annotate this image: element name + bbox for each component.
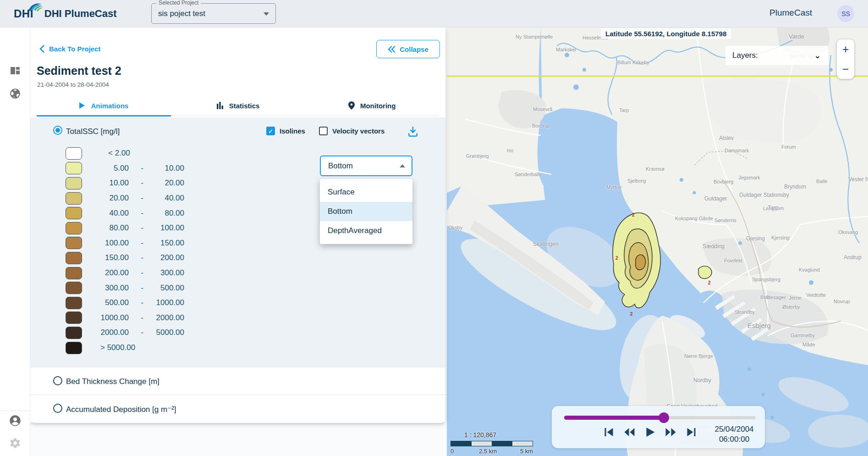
depth-option-depthaveraged[interactable]: DepthAveraged xyxy=(320,221,412,240)
layers-dropdown[interactable]: Layers: ⌄ xyxy=(725,46,828,65)
velocity-vectors-toggle[interactable]: Velocity vectors xyxy=(319,127,385,135)
simulation-panel: Back To Project Collapse Sediment test 2… xyxy=(30,28,445,423)
legend-range-label: 150.00 xyxy=(155,239,184,248)
legend-range-label: - xyxy=(129,253,155,262)
isolines-checkbox[interactable]: ✓ xyxy=(266,127,275,135)
timestep-time: 06:00:00 xyxy=(707,434,762,445)
legend-range-label: 200.00 xyxy=(82,268,129,278)
map-base-layer: 22 22 xyxy=(447,28,868,456)
selected-project-label: Selected Project xyxy=(156,0,201,6)
legend-row: 5.00-10.00 xyxy=(66,161,184,176)
playback-buttons xyxy=(603,427,697,437)
depth-select-value: Bottom xyxy=(328,161,353,171)
collapse-label: Collapse xyxy=(400,45,429,53)
chevron-left-icon xyxy=(39,45,44,53)
legend-range-label: 300.00 xyxy=(82,284,129,293)
bed-thickness-row[interactable]: Bed Thickness Change [m] xyxy=(30,367,445,395)
zoom-in-button[interactable]: + xyxy=(837,39,854,59)
legend-row: 500.00-1000.00 xyxy=(66,295,184,311)
totalssc-radio[interactable] xyxy=(53,126,62,135)
download-button[interactable] xyxy=(407,126,421,139)
tab-statistics-label: Statistics xyxy=(229,102,260,110)
velocity-vectors-checkbox[interactable] xyxy=(319,127,328,135)
legend-range-label: 1000.00 xyxy=(155,298,184,307)
collapse-button[interactable]: Collapse xyxy=(376,40,440,58)
back-to-project-label: Back To Project xyxy=(49,45,100,53)
zoom-out-button[interactable]: − xyxy=(837,59,854,79)
depth-option-bottom[interactable]: Bottom xyxy=(320,202,412,221)
legend-range-label: 1000.00 xyxy=(82,313,129,323)
totalssc-section: TotalSSC [mg/l] ✓ Isolines Velocity vect… xyxy=(30,117,445,367)
legend-row: < 2.00 xyxy=(66,146,184,161)
user-avatar[interactable]: SS xyxy=(837,5,854,22)
legend: < 2.005.00-10.0010.00-20.0020.00-40.0040… xyxy=(66,146,184,355)
legend-range-label: > 5000.00 xyxy=(100,343,135,352)
selected-project-dropdown[interactable]: Selected Project sis poject test xyxy=(151,3,276,24)
rewind-button[interactable] xyxy=(624,427,635,437)
tab-statistics[interactable]: Statistics xyxy=(171,95,305,116)
legend-range-label: 40.00 xyxy=(155,194,184,203)
accumulated-deposition-label: Accumulated Deposition [g m⁻²] xyxy=(66,405,176,414)
map-canvas[interactable]: 22 22 Ny StampemølleMarkskelHesselmedBil… xyxy=(447,28,868,456)
legend-range-label: - xyxy=(129,223,155,233)
accumulated-deposition-row[interactable]: Accumulated Deposition [g m⁻²] xyxy=(30,395,445,422)
legend-row: 80.00-100.00 xyxy=(66,221,184,236)
fast-forward-button[interactable] xyxy=(665,427,676,437)
legend-row: 200.00-300.00 xyxy=(66,266,184,281)
legend-range-label: 10.00 xyxy=(82,178,129,188)
legend-swatch xyxy=(66,207,82,219)
play-button[interactable] xyxy=(644,427,656,437)
chevron-down-icon: ⌄ xyxy=(814,51,821,61)
timestep-date: 25/04/2004 xyxy=(707,424,762,434)
tab-monitoring[interactable]: Monitoring xyxy=(305,95,439,116)
depth-select[interactable]: Bottom xyxy=(320,156,412,176)
account-icon[interactable] xyxy=(8,413,22,428)
legend-range-label: 500.00 xyxy=(155,284,184,293)
legend-row: > 5000.00 xyxy=(66,340,184,356)
back-to-project-link[interactable]: Back To Project xyxy=(39,45,100,53)
legend-swatch xyxy=(66,311,82,324)
skip-end-button[interactable] xyxy=(686,427,697,437)
dashboard-icon[interactable] xyxy=(8,63,22,78)
bar-chart-icon xyxy=(216,102,224,109)
dropdown-caret-icon xyxy=(264,12,269,16)
legend-range-label: < 2.00 xyxy=(108,149,130,158)
row-divider xyxy=(30,367,445,367)
simulation-title: Sediment test 2 xyxy=(37,64,121,78)
legend-swatch xyxy=(66,252,82,264)
dhi-logo-swoosh-icon xyxy=(27,1,44,12)
globe-icon[interactable] xyxy=(8,86,22,101)
bed-thickness-radio[interactable] xyxy=(53,376,62,385)
legend-range-label: - xyxy=(129,194,155,203)
legend-range-label: - xyxy=(129,284,155,293)
playback-panel: 25/04/2004 06:00:00 xyxy=(552,406,765,448)
accumulated-deposition-radio[interactable] xyxy=(53,404,62,413)
isolines-toggle[interactable]: ✓ Isolines xyxy=(266,127,305,135)
svg-text:2: 2 xyxy=(630,311,633,317)
legend-range-label: - xyxy=(129,268,155,278)
legend-range-label: 5.00 xyxy=(82,164,129,173)
dhi-logo: DHI xyxy=(14,7,33,20)
legend-row: 10.00-20.00 xyxy=(66,176,184,191)
left-icon-rail xyxy=(0,28,30,456)
settings-gear-icon[interactable] xyxy=(8,436,22,450)
tab-animations[interactable]: Animations xyxy=(37,95,171,116)
legend-range-label: - xyxy=(129,209,155,218)
svg-text:2: 2 xyxy=(632,212,635,217)
dropdown-caret-up-icon xyxy=(400,164,405,167)
play-icon xyxy=(79,102,85,109)
legend-swatch xyxy=(66,192,82,205)
skip-start-button[interactable] xyxy=(603,427,615,437)
depth-option-surface[interactable]: Surface xyxy=(320,183,412,202)
selected-project-value: sis poject test xyxy=(158,9,205,18)
app-brand: DHI PlumeCast xyxy=(44,8,117,20)
time-slider-thumb[interactable] xyxy=(659,412,669,423)
legend-range-label: - xyxy=(129,239,155,248)
depth-select-menu: SurfaceBottomDepthAveraged xyxy=(320,179,412,244)
legend-range-label: 10.00 xyxy=(155,164,184,173)
row-divider xyxy=(30,395,445,395)
legend-row: 1000.00-2000.00 xyxy=(66,311,184,326)
legend-range-label: 80.00 xyxy=(155,209,184,218)
legend-range-label: - xyxy=(129,313,155,323)
time-slider[interactable] xyxy=(564,416,756,419)
